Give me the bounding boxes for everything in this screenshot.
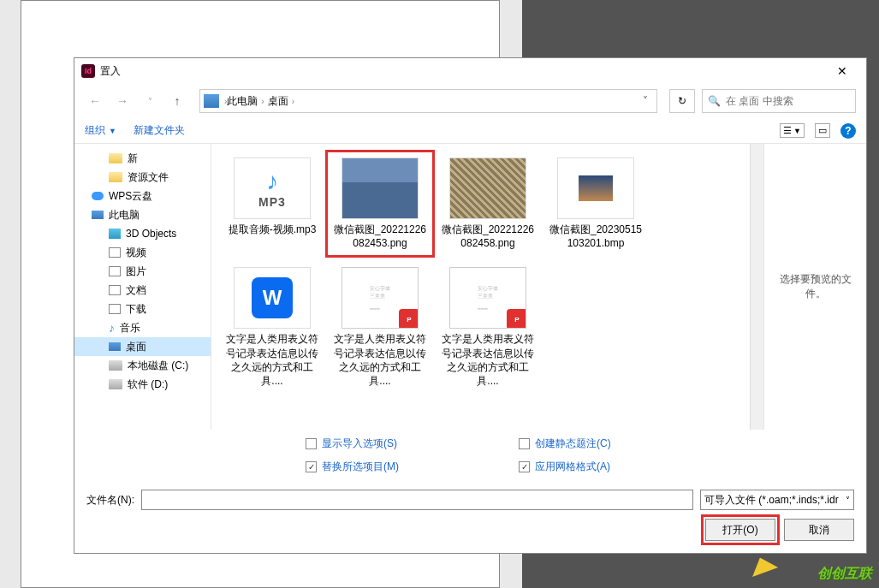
organize-menu[interactable]: 组织 ▼ — [85, 123, 116, 138]
tree-item[interactable]: ♪音乐 — [74, 318, 211, 337]
drive-icon — [109, 379, 122, 389]
file-name: 文字是人类用表义符号记录表达信息以传之久远的方式和工具.... — [441, 332, 535, 388]
tree-label: 软件 (D:) — [128, 377, 168, 392]
place-dialog: Id 置入 ✕ ← → ˅ ↑ › 此电脑 › 桌面 › ˅ ↻ 🔍 组织 ▼ … — [74, 57, 867, 554]
folder-tree[interactable]: 新资源文件WPS云盘此电脑3D Objects视频图片文档下载♪音乐桌面本地磁盘… — [74, 144, 211, 430]
media-icon — [109, 247, 121, 258]
tree-item[interactable]: 此电脑 — [74, 205, 211, 224]
tree-item[interactable]: 桌面 — [74, 337, 211, 356]
tree-label: 此电脑 — [109, 208, 140, 223]
file-name: 文字是人类用表义符号记录表达信息以传之久远的方式和工具.... — [225, 332, 319, 388]
tree-item[interactable]: 3D Objects — [74, 224, 211, 243]
preview-toggle-button[interactable]: ▭ — [815, 123, 830, 138]
location-icon — [204, 94, 219, 108]
file-thumbnail — [557, 157, 634, 219]
apply-grid-checkbox[interactable]: 应用网格格式(A) — [519, 460, 611, 474]
obj3d-icon — [109, 229, 121, 239]
music-icon: ♪ — [109, 323, 115, 333]
tree-label: 3D Objects — [126, 228, 176, 240]
cancel-button[interactable]: 取消 — [784, 519, 854, 541]
tree-item[interactable]: 文档 — [74, 281, 211, 300]
folder-icon — [109, 153, 122, 163]
dialog-title: 置入 — [100, 64, 121, 79]
media-icon — [109, 304, 121, 314]
replace-selected-checkbox[interactable]: 替换所选项目(M) — [306, 460, 399, 474]
file-name: 微信截图_20221226082453.png — [333, 223, 427, 250]
pc-icon — [109, 342, 121, 351]
open-button[interactable]: 打开(O) — [705, 519, 775, 541]
preview-placeholder: 选择要预览的文件。 — [771, 272, 859, 301]
tree-label: 视频 — [126, 246, 146, 260]
tree-label: 图片 — [126, 264, 146, 279]
address-dropdown[interactable]: ˅ — [638, 95, 653, 107]
nav-bar: ← → ˅ ↑ › 此电脑 › 桌面 › ˅ ↻ 🔍 — [74, 84, 866, 118]
tree-label: 桌面 — [126, 340, 146, 354]
breadcrumb-item[interactable]: 桌面 — [268, 94, 288, 109]
scrollbar[interactable] — [750, 144, 763, 430]
up-button[interactable]: ↑ — [167, 91, 187, 111]
breadcrumb-sep: › — [292, 97, 294, 106]
tree-item[interactable]: 资源文件 — [74, 168, 211, 187]
dialog-titlebar: Id 置入 ✕ — [74, 58, 866, 84]
refresh-button[interactable]: ↻ — [669, 89, 695, 113]
file-item[interactable]: 微信截图_20221226082458.png — [437, 154, 538, 253]
preview-pane: 选择要预览的文件。 — [763, 144, 866, 430]
tree-item[interactable]: 视频 — [74, 243, 211, 262]
media-icon — [109, 266, 121, 276]
file-item[interactable]: 安心字体三意美━━━P文字是人类用表义符号记录表达信息以传之久远的方式和工具..… — [330, 264, 431, 391]
toolbar: 组织 ▼ 新建文件夹 ☰ ▼ ▭ ? — [74, 118, 866, 144]
file-item[interactable]: W文字是人类用表义符号记录表达信息以传之久远的方式和工具.... — [222, 264, 323, 391]
address-bar[interactable]: › 此电脑 › 桌面 › ˅ — [199, 89, 657, 113]
search-icon: 🔍 — [708, 95, 721, 107]
file-thumbnail — [342, 157, 419, 219]
tree-label: 资源文件 — [128, 170, 169, 185]
file-name: 提取音频-视频.mp3 — [229, 223, 317, 236]
tree-label: 文档 — [126, 283, 146, 298]
tree-item[interactable]: 本地磁盘 (C:) — [74, 356, 211, 375]
cloud-icon — [92, 192, 104, 200]
recent-dropdown[interactable]: ˅ — [140, 91, 160, 111]
tree-label: 本地磁盘 (C:) — [128, 359, 188, 373]
file-thumbnail: 安心字体三意美━━━P — [449, 267, 526, 329]
tree-label: 音乐 — [120, 321, 140, 336]
breadcrumb-item[interactable]: 此电脑 — [227, 94, 258, 109]
pc-icon — [92, 211, 104, 219]
file-item[interactable]: 微信截图_20221226082453.png — [330, 154, 431, 253]
drive-icon — [109, 360, 122, 371]
tree-item[interactable]: 下载 — [74, 300, 211, 318]
help-button[interactable]: ? — [840, 123, 856, 139]
search-input[interactable] — [726, 95, 854, 107]
indesign-icon: Id — [81, 64, 95, 78]
back-button[interactable]: ← — [85, 91, 105, 111]
tree-item[interactable]: 软件 (D:) — [74, 375, 211, 394]
filename-input[interactable] — [141, 490, 693, 510]
tree-item[interactable]: 图片 — [74, 262, 211, 281]
filetype-select[interactable]: 可导入文件 (*.oam;*.inds;*.idr˅ — [700, 490, 854, 510]
file-grid[interactable]: ♪MP3提取音频-视频.mp3微信截图_20221226082453.png微信… — [211, 144, 750, 430]
create-caption-checkbox[interactable]: 创建静态题注(C) — [519, 437, 611, 451]
import-options: 显示导入选项(S) 替换所选项目(M) 创建静态题注(C) 应用网格格式(A) — [74, 430, 866, 481]
filename-row: 文件名(N): 可导入文件 (*.oam;*.inds;*.idr˅ — [74, 481, 866, 519]
folder-icon — [109, 172, 122, 182]
file-thumbnail: W — [234, 267, 311, 329]
file-thumbnail: ♪MP3 — [234, 157, 311, 219]
show-import-options-checkbox[interactable]: 显示导入选项(S) — [306, 437, 399, 451]
breadcrumb-sep: › — [261, 97, 264, 106]
file-item[interactable]: ♪MP3提取音频-视频.mp3 — [222, 154, 323, 253]
file-item[interactable]: 安心字体三意美━━━P文字是人类用表义符号记录表达信息以传之久远的方式和工具..… — [437, 264, 538, 391]
view-mode-button[interactable]: ☰ ▼ — [780, 123, 805, 138]
file-item[interactable]: 微信截图_20230515103201.bmp — [545, 154, 646, 253]
tree-label: 新 — [128, 151, 138, 166]
tree-item[interactable]: WPS云盘 — [74, 187, 211, 205]
search-box[interactable]: 🔍 — [702, 89, 856, 113]
new-folder-button[interactable]: 新建文件夹 — [134, 123, 185, 138]
file-name: 文字是人类用表义符号记录表达信息以传之久远的方式和工具.... — [333, 332, 427, 388]
forward-button[interactable]: → — [112, 91, 133, 111]
tree-item[interactable]: 新 — [74, 149, 211, 168]
file-thumbnail: 安心字体三意美━━━P — [342, 267, 419, 329]
media-icon — [109, 285, 121, 295]
file-thumbnail — [449, 157, 526, 219]
tree-label: WPS云盘 — [109, 189, 152, 204]
file-name: 微信截图_20221226082458.png — [441, 223, 535, 250]
close-button[interactable]: ✕ — [825, 58, 859, 84]
